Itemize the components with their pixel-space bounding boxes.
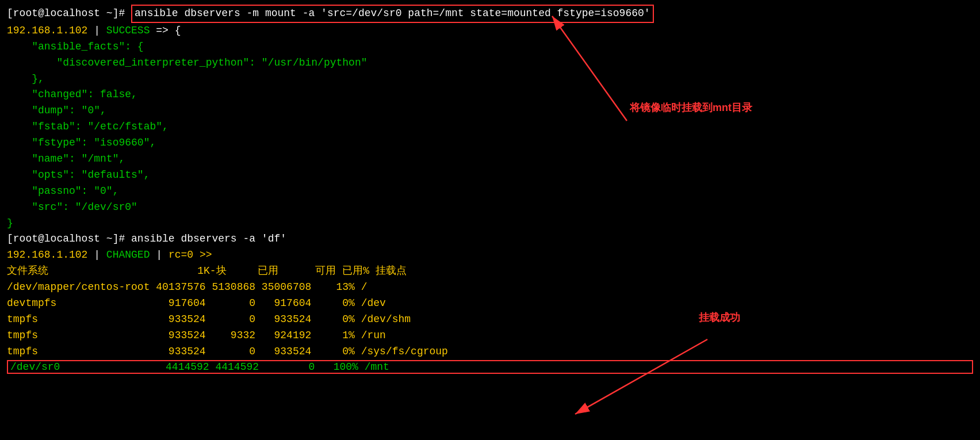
line-3: "ansible_facts": { — [7, 39, 973, 55]
line-6: "changed": false, — [7, 87, 973, 103]
line-9: "fstype": "iso9660", — [7, 135, 973, 151]
status-success: SUCCESS — [106, 25, 150, 36]
sep-1: | — [87, 25, 106, 36]
rc-text: rc=0 >> — [169, 249, 212, 261]
df-row-1: /dev/mapper/centos-root 40137576 5130868… — [7, 280, 973, 296]
df-row-3: tmpfs 933524 0 933524 0% /dev/shm — [7, 312, 973, 328]
line-15: [root@localhost ~]# ansible dbservers -a… — [7, 231, 973, 247]
line-8: "fstab": "/etc/fstab", — [7, 119, 973, 135]
line-11: "opts": "defaults", — [7, 167, 973, 183]
terminal: [root@localhost ~]# ansible dbservers -m… — [0, 0, 980, 378]
status-changed: CHANGED — [106, 249, 150, 261]
annotation-2: 挂载成功 — [699, 311, 740, 324]
line-2: 192.168.1.102 | SUCCESS => { — [7, 23, 973, 39]
line-13: "src": "/dev/sr0" — [7, 200, 973, 216]
df-row-5: tmpfs 933524 0 933524 0% /sys/fs/cgroup — [7, 344, 973, 360]
line-14: } — [7, 216, 973, 232]
annotation-1: 将镜像临时挂载到mnt目录 — [630, 101, 752, 114]
df-row-last-boxed: /dev/sr0 4414592 4414592 0 100% /mnt — [7, 360, 973, 374]
ip-1: 192.168.1.102 — [7, 25, 87, 36]
line-12: "passno": "0", — [7, 183, 973, 200]
line-5: }, — [7, 71, 973, 87]
line-1: [root@localhost ~]# ansible dbservers -m… — [7, 5, 973, 23]
line-10: "name": "/mnt", — [7, 151, 973, 167]
df-header: 文件系统 1K-块 已用 可用 已用% 挂载点 — [7, 263, 973, 280]
sep-4: | — [150, 249, 168, 261]
df-row-4: tmpfs 933524 9332 924192 1% /run — [7, 328, 973, 344]
command-box-1: ansible dbservers -m mount -a 'src=/dev/… — [131, 5, 654, 23]
ip-2: 192.168.1.102 — [7, 249, 87, 261]
line-16: 192.168.1.102 | CHANGED | rc=0 >> — [7, 247, 973, 263]
sep-2: => { — [150, 25, 181, 36]
prompt-1: [root@localhost ~]# — [7, 7, 131, 19]
df-row-2: devtmpfs 917604 0 917604 0% /dev — [7, 296, 973, 312]
sep-3: | — [87, 249, 106, 261]
line-4: "discovered_interpreter_python": "/usr/b… — [7, 55, 973, 71]
line-7: "dump": "0", — [7, 103, 973, 119]
